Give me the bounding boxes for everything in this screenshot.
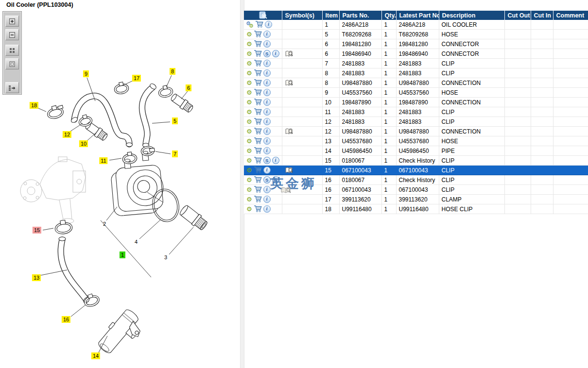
diagram-callout[interactable]: 12: [63, 131, 71, 138]
add-to-cart-icon[interactable]: [254, 156, 262, 165]
info-icon[interactable]: i: [265, 21, 272, 28]
configure-gear-icon[interactable]: ⚙: [246, 177, 252, 183]
info-icon[interactable]: i: [272, 50, 279, 57]
table-row[interactable]: ⚙⚙ ⚙ S i 16 0180067 1 Check History CLIP: [244, 175, 588, 185]
diagram-callout[interactable]: 8: [170, 68, 175, 75]
add-to-cart-icon[interactable]: [254, 40, 262, 49]
add-to-cart-icon[interactable]: [254, 69, 262, 78]
configure-gear-icon[interactable]: ⚙: [246, 167, 252, 173]
configure-gear-icon[interactable]: ⚙: [246, 89, 252, 96]
add-to-cart-icon[interactable]: [254, 88, 262, 97]
add-to-cart-icon[interactable]: [254, 98, 262, 107]
table-row[interactable]: ⚙⚙ ⚙ S i 5 T68209268 1 T68209268 HOSE: [244, 30, 588, 39]
diagram-callout[interactable]: 16: [62, 316, 70, 323]
add-to-cart-icon[interactable]: [254, 166, 262, 175]
add-to-cart-icon[interactable]: [254, 205, 262, 214]
symbol-book-icon[interactable]: [285, 166, 320, 175]
add-to-cart-icon[interactable]: [254, 147, 262, 155]
search-document-icon[interactable]: [258, 12, 268, 18]
info-icon[interactable]: i: [263, 147, 271, 154]
diagram-callout[interactable]: 4: [133, 238, 139, 245]
diagram-callout[interactable]: 1: [120, 251, 125, 258]
diagram-callout[interactable]: 17: [132, 75, 141, 82]
diagram-callout[interactable]: 9: [83, 70, 89, 77]
configure-gear-icon[interactable]: ⚙: [246, 138, 252, 144]
table-row[interactable]: ⚙⚙ ⚙ S i 12 2481883 1 2481883 CLIP: [244, 117, 588, 127]
table-row[interactable]: ⚙⚙ ⚙ S i 15 0180067 1 Check History CLIP: [244, 156, 588, 166]
add-to-cart-icon[interactable]: [254, 137, 262, 146]
table-row[interactable]: ⚙⚙ ⚙ S i 11 2481883 1 2481883 CLIP: [244, 107, 588, 117]
add-to-cart-icon[interactable]: [254, 117, 262, 126]
info-icon[interactable]: i: [263, 60, 271, 67]
add-to-cart-icon[interactable]: [255, 20, 263, 29]
configure-gear-icon[interactable]: ⚙: [246, 128, 252, 134]
add-to-cart-icon[interactable]: [254, 195, 262, 204]
table-row[interactable]: ⚙⚙ ⚙ S i 6 198481280 1 198481280 CONNECT…: [244, 39, 588, 49]
configure-gear-icon[interactable]: ⚙: [246, 118, 252, 125]
configure-gear-icon[interactable]: ⚙: [246, 186, 252, 193]
configure-gear-icon[interactable]: ⚙: [246, 80, 252, 86]
table-row[interactable]: ⚙⚙ ⚙ S i 10 198487890 1 198487890 CONNEC…: [244, 98, 588, 107]
info-icon[interactable]: i: [263, 79, 271, 86]
configure-gear-icon[interactable]: ⚙: [246, 41, 252, 47]
configure-gear-icon[interactable]: ⚙: [246, 157, 252, 164]
supersession-icon[interactable]: S: [263, 176, 271, 184]
configure-gear-icon[interactable]: ⚙: [246, 109, 252, 115]
diagram-callout[interactable]: 14: [91, 352, 100, 359]
add-to-cart-icon[interactable]: [254, 127, 262, 136]
info-icon[interactable]: i: [263, 40, 271, 48]
info-icon[interactable]: i: [263, 69, 271, 77]
diagram-callout[interactable]: 11: [99, 157, 107, 164]
info-icon[interactable]: i: [263, 99, 271, 106]
info-icon[interactable]: i: [272, 157, 279, 164]
info-icon[interactable]: i: [263, 89, 271, 96]
add-to-cart-icon[interactable]: [254, 59, 262, 68]
supersession-icon[interactable]: S: [263, 157, 271, 164]
diagram-callout[interactable]: 3: [163, 254, 169, 261]
info-icon[interactable]: i: [263, 31, 271, 38]
table-row[interactable]: ⚙⚙ ⚙ S i 14 U45986450 1 U45986450 PIPE: [244, 146, 588, 156]
diagram-callout[interactable]: 7: [172, 151, 178, 157]
add-to-cart-icon[interactable]: [254, 79, 262, 87]
table-row[interactable]: ⚙⚙ ⚙ S i 12 U98487880 1 U98487880 CONNEC…: [244, 127, 588, 136]
symbol-book-icon[interactable]: [285, 49, 320, 58]
add-to-cart-icon[interactable]: [254, 30, 262, 39]
diagram-callout[interactable]: 10: [79, 140, 88, 147]
info-icon[interactable]: i: [263, 167, 271, 174]
diagram-callout[interactable]: 6: [186, 84, 191, 91]
table-row[interactable]: ⚙⚙ ⚙ S i 8 2481883 1 2481883 CLIP: [244, 68, 588, 78]
table-row[interactable]: ⚙⚙ ⚙ S i 17 399113620 1 399113620 CLAMP: [244, 195, 588, 204]
table-row[interactable]: ⚙⚙ ⚙ S i 18 U99116480 1 U99116480 HOSE C…: [244, 204, 588, 214]
table-row[interactable]: ⚙⚙ ⚙ S i 7 2481883 1 2481883 CLIP: [244, 59, 588, 68]
diagram-callout[interactable]: 5: [172, 117, 178, 124]
add-to-cart-icon[interactable]: [254, 185, 262, 194]
diagram-callout[interactable]: 15: [33, 227, 41, 234]
add-to-cart-icon[interactable]: [254, 108, 262, 117]
diagram-callout[interactable]: 2: [102, 220, 107, 227]
add-to-cart-icon[interactable]: [254, 50, 262, 58]
configure-gear-icon[interactable]: ⚙: [246, 206, 252, 212]
configure-gear-icon[interactable]: ⚙: [246, 148, 252, 154]
table-row[interactable]: ⚙⚙ ⚙ S i 6 198486940 1 198486940 CONNECT…: [244, 49, 588, 59]
configure-gears-icon[interactable]: ⚙⚙: [246, 21, 254, 28]
table-row[interactable]: ⚙⚙ ⚙ S i 15 067100043 1 067100043 CLIP: [244, 166, 588, 175]
symbol-book-icon[interactable]: [285, 127, 320, 136]
table-row[interactable]: ⚙⚙ ⚙ S i 13 U45537680 1 U45537680 HOSE: [244, 136, 588, 146]
add-to-cart-icon[interactable]: [254, 176, 262, 184]
info-icon[interactable]: i: [263, 196, 271, 203]
info-icon[interactable]: i: [263, 186, 271, 193]
info-icon[interactable]: i: [263, 137, 271, 145]
table-row[interactable]: ⚙⚙ ⚙ S i 9 U45537560 1 U45537560 HOSE: [244, 88, 588, 98]
configure-gear-icon[interactable]: ⚙: [246, 60, 252, 67]
info-icon[interactable]: i: [263, 108, 271, 116]
configure-gear-icon[interactable]: ⚙: [246, 50, 252, 57]
symbol-book-icon[interactable]: [285, 78, 320, 87]
diagram-callout[interactable]: 13: [32, 274, 41, 281]
info-icon[interactable]: i: [272, 176, 279, 184]
configure-gear-icon[interactable]: ⚙: [246, 99, 252, 105]
table-row[interactable]: ⚙⚙ ⚙ S i 16 067100043 1 067100043 CLIP: [244, 185, 588, 195]
table-row[interactable]: ⚙⚙ ⚙ S i 1 2486A218 1 2486A218 OIL COOLE…: [244, 20, 588, 30]
configure-gear-icon[interactable]: ⚙: [246, 70, 252, 76]
diagram-callout[interactable]: 18: [30, 102, 38, 109]
configure-gear-icon[interactable]: ⚙: [246, 31, 252, 37]
